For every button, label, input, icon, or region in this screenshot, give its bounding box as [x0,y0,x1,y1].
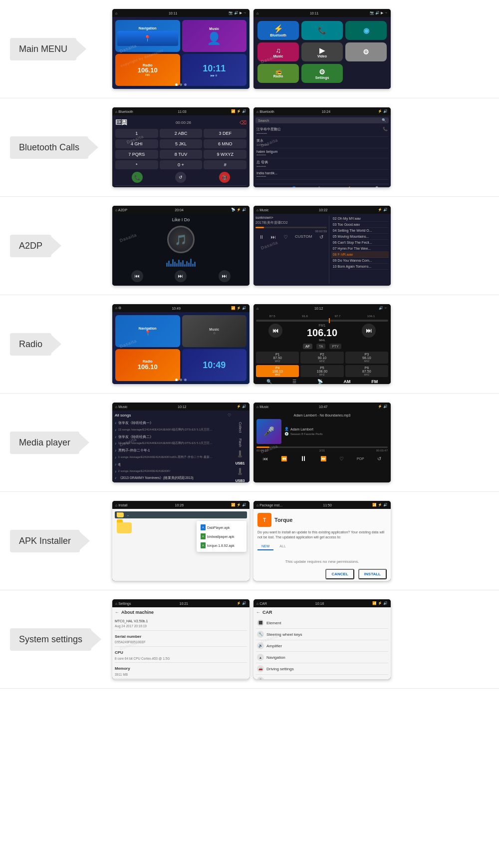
play-btn-a2dp[interactable]: ⏭ [175,270,187,282]
music-skip-btn[interactable]: ⏭ [271,234,276,240]
key-2[interactable]: 2 ABC [160,129,203,138]
car-item-5[interactable]: ⚙ Extra settings [256,675,388,679]
next-btn-a2dp[interactable]: ⏭ [219,270,231,282]
pkg-install-btn[interactable]: INSTALL [358,569,387,579]
tile-music[interactable]: Music 👤 [182,20,247,52]
radio-home-nav-tile[interactable]: Navigation 📍 [115,315,180,347]
screen-pkg-install[interactable]: ⌂ Package inst... 11:50 📶 ⚡ 🔊 T Torque D… [253,501,391,581]
pkg-tab-all[interactable]: ALL [275,543,289,550]
screen-radio-tuner[interactable]: ⌂ 10:12 🔊 ← 87.5 91.6 97.7 104.1 ⏮ [253,304,391,384]
media-item-6[interactable]: ♪ dj [115,461,231,468]
key-8[interactable]: 8 TUV [160,150,203,159]
reload-btn[interactable]: ↺ [175,172,186,183]
screen-main-menu-bt[interactable]: ⌂ 10:11 📷 🔊 ▶ → ⚡ Bluetooth 📞 ◉ [253,9,391,89]
car-item-1[interactable]: 🔧 Steering wheel keys [256,629,388,640]
screen-bt-dialpad[interactable]: ⌂ Bluetooth 11:03 📶 ⚡ 🔊 巨圆 00:00:26 ⌫ 1 … [112,107,250,187]
key-star[interactable]: * [115,160,158,169]
screen-media-list[interactable]: ⌂ Music 10:12 ⚡ 🔊 All songs ♡ ♪ 张学友《聆听经典… [112,403,250,482]
car-item-3[interactable]: ▲ Navigation [256,652,388,663]
key-9[interactable]: 9 WXYZ [204,150,247,159]
key-hash[interactable]: # [204,160,247,169]
key-5[interactable]: 5 JKL [160,139,203,148]
screen-settings-car[interactable]: ⌂ CAR 10:16 📶 ⚡ 🔊 ← CAR ⬛ Element 🔧 Stee… [253,599,391,679]
preset-0[interactable]: P1 87.50 MHZ [256,352,299,364]
media-item-0[interactable]: ♪ 张学友《聆听经典一》 [115,420,231,427]
bt-icon-music2[interactable]: ♫ Music [257,42,299,61]
screen-main-menu-home[interactable]: ⌂ 10:11 📷 🔊 ▶ → Navigation 📍 M [112,9,250,89]
car-item-4[interactable]: 🚗 Driving settings [256,663,388,675]
media-item-7[interactable]: ♪ 2 songs /storage/E242A40E42A3E60F/ [115,468,231,475]
screen-bt-contacts[interactable]: ⌂ Bluetooth 10:24 ⚡ 🔊 Search 🔍 江学布中星翻公 •… [253,107,391,187]
apk-file-0[interactable]: A DabPlayer.apk [197,523,247,532]
am-label[interactable]: AM [344,379,351,384]
back-arrow-car[interactable]: ← [256,610,260,615]
tile-clock[interactable]: 10:11 ▶▶ ⏸ [182,54,247,86]
track-4[interactable]: 06 Can't Stop The Fecli... [331,240,389,246]
track-6-active[interactable]: 08 F-VR.wav [331,252,389,258]
bt-icon-teal[interactable]: ◉ [345,21,387,40]
bt-contacts-search[interactable]: Search 🔍 [255,117,389,123]
radio-ta-btn[interactable]: TA [316,344,325,349]
settings-item-4[interactable]: Legal information [115,679,247,679]
media-repeat-btn2[interactable]: ↺ [377,456,381,461]
screen-media-playing[interactable]: ⌂ Music 10:47 ⚡ 🔊 Adam Lambert - No Boun… [253,403,391,482]
mic-icon-2[interactable]: 🎤 [372,186,378,187]
pkg-tab-new[interactable]: NEW [257,543,273,550]
bt-contact-3[interactable]: 总 母俩 ••••••••• [255,158,389,170]
radio-prev-btn[interactable]: ⏮ [268,324,282,338]
key-4[interactable]: 4 GHI [115,139,158,148]
media-item-5[interactable]: ♪ 1 songs /storage/E242A40E42A3E60F/cd01… [115,454,231,461]
pkg-cancel-btn[interactable]: CANCEL [325,569,354,579]
call-icon-c0[interactable]: 📞 [383,127,388,135]
preset-5[interactable]: P6 87.50 MHZ [345,365,388,377]
bt-icon-settings3[interactable]: ⚙ Settings [301,64,343,83]
track-8[interactable]: 10 Born Again Tomorro... [331,264,389,270]
radio-home-radio-tile[interactable]: Radio 106.10 [115,349,180,381]
key-0[interactable]: 0 + [160,160,203,169]
list-icon-radio[interactable]: ☰ [292,379,296,384]
music-repeat-btn[interactable]: ↺ [319,234,323,240]
bt-icon-video[interactable]: ▶ Video [301,42,343,61]
search-icon-radio[interactable]: 🔍 [266,379,272,384]
bt-contact-2[interactable]: haten belgum ••••••••• [255,148,389,158]
fm-label[interactable]: FM [371,379,378,384]
key-7[interactable]: 7 PQRS [115,150,158,159]
key-6[interactable]: 6 MNO [204,139,247,148]
track-3[interactable]: 05 Moving Mountains... [331,234,389,240]
backspace-icon[interactable]: ⌫ [240,120,247,125]
apk-folder-visual[interactable] [117,522,132,533]
track-7[interactable]: 09 Do You Wanna Com... [331,258,389,264]
music-heart-btn[interactable]: ♡ [283,234,288,240]
radio-home-music-tile[interactable]: Music ♫ [182,315,247,347]
key-3[interactable]: 3 DEF [204,129,247,138]
preset-1[interactable]: P2 90.10 MHZ [300,352,343,364]
media-item-2[interactable]: ♪ 张学友《聆听经典二》 [115,434,231,440]
bt-icon-radio2[interactable]: 📻 Radio [257,64,299,83]
tile-radio[interactable]: Radio 106.10 FM1 [115,54,180,86]
media-heart-btn2[interactable]: ♡ [339,456,344,461]
apk-file-1[interactable]: A birdwallpaper.apk [197,532,247,541]
back-arrow-settings[interactable]: ← [115,610,119,615]
car-item-2[interactable]: 🔊 Amplifier [256,640,388,652]
antenna-icon-radio[interactable]: 📡 [317,379,323,384]
bt-icon-phone[interactable]: 📞 [301,21,343,40]
track-1[interactable]: 03 Too Good.wav [331,222,389,228]
car-item-0[interactable]: ⬛ Element [256,617,388,629]
person-icon-2[interactable]: 👤 [291,186,297,187]
bt-contact-4[interactable]: India hardik... ••••••••• [255,170,389,180]
media-item-9[interactable]: ♪ 22 songs /storage/E242A40E42A3E60F/ [115,481,231,482]
screen-apk-install[interactable]: ⌂ Install 10:26 📶 ⚡ 🔊 .. [112,501,250,581]
track-0[interactable]: 02 Oh My MY.wav [331,216,389,222]
apk-file-2[interactable]: A torque-1.8.92.apk [197,541,247,550]
preset-4[interactable]: P5 108.00 MHZ [300,365,343,377]
bt-icon-settings2[interactable]: ⚙ [345,42,387,61]
radio-af-btn[interactable]: AF [303,344,312,349]
preset-3-active[interactable]: P4 106.10 MHZ [256,365,299,377]
media-item-4[interactable]: ♪ 黑鸭子-伴你二十年-1 [115,447,231,454]
bt-contact-1[interactable]: 荚永 137••••••• [255,137,389,148]
media-play-pause-btn[interactable]: ⏸ [300,454,307,462]
bt-icon-2[interactable]: ⚡ [345,186,351,187]
call-accept-btn[interactable]: 📞 [132,172,143,183]
media-forward-btn[interactable]: ⏩ [320,456,326,461]
media-item-3[interactable]: ♪ 13 songs /storage/E242A40E42A3E60F/磁石啊… [115,440,231,447]
